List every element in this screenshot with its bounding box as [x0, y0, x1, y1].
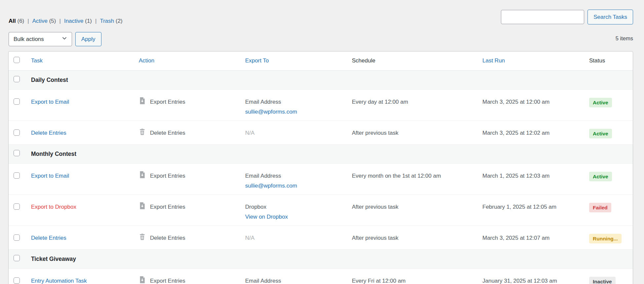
status-cell: Active [583, 163, 633, 195]
filter-separator: | [95, 18, 96, 24]
status-badge: Failed [589, 203, 611, 212]
task-row: Export to DropboxExport EntriesDropboxVi… [9, 195, 633, 226]
filter-active-label: Active [32, 18, 48, 24]
select-all-checkbox[interactable] [14, 57, 20, 63]
schedule-cell: After previous task [346, 195, 476, 226]
row-checkbox-cell [9, 70, 25, 89]
status-badge: Inactive [589, 277, 616, 284]
bulk-actions-select[interactable]: Bulk actions [9, 32, 72, 46]
search-input[interactable] [501, 10, 584, 24]
row-checkbox[interactable] [14, 255, 20, 261]
last-run-text: March 3, 2025 at 12:02 am [482, 130, 549, 136]
filter-all[interactable]: All (6) [9, 18, 24, 24]
trash-icon [139, 128, 146, 138]
action-label: Export Entries [150, 203, 185, 211]
last-run-text: March 3, 2025 at 12:07 am [482, 235, 549, 241]
status-cell: Inactive [583, 268, 633, 284]
form-group-title: Daily Contest [25, 77, 633, 84]
form-group-row: Ticket Giveaway [9, 249, 633, 268]
filter-inactive[interactable]: Inactive (1) [64, 18, 92, 24]
form-group-row: Daily Contest [9, 70, 633, 89]
form-group-title-cell: Ticket Giveaway [25, 249, 633, 268]
last-run-cell: February 1, 2025 at 12:05 am [476, 195, 583, 226]
row-checkbox-cell [9, 121, 25, 144]
apply-button[interactable]: Apply [75, 32, 101, 46]
select-all-cell [9, 52, 25, 70]
export-file-icon [139, 171, 146, 181]
task-name-link[interactable]: Delete Entries [31, 130, 66, 136]
last-run-cell: March 1, 2025 at 12:03 am [476, 163, 583, 195]
filter-active[interactable]: Active (5) [32, 18, 56, 24]
row-checkbox[interactable] [14, 277, 20, 284]
filter-inactive-count: (1) [85, 18, 92, 24]
schedule-cell: After previous task [346, 121, 476, 144]
last-run-text: January 31, 2025 at 12:03 am [482, 278, 557, 284]
task-name-link[interactable]: Export to Email [31, 99, 69, 105]
filter-all-count: (6) [17, 18, 24, 24]
chevron-down-icon [62, 36, 67, 43]
export-file-icon [139, 276, 146, 284]
action-label: Export Entries [150, 98, 185, 106]
schedule-cell: Every day at 12:00 am [346, 89, 476, 121]
task-name-link[interactable]: Delete Entries [31, 235, 66, 241]
filter-separator: | [59, 18, 60, 24]
row-checkbox[interactable] [14, 234, 20, 241]
row-checkbox[interactable] [14, 150, 20, 156]
action-cell: Export Entries [133, 195, 239, 226]
export-target-link[interactable]: sullie@wpforms.com [245, 183, 297, 189]
row-checkbox[interactable] [14, 172, 20, 179]
row-checkbox[interactable] [14, 76, 20, 82]
task-name-link[interactable]: Entry Automation Task [31, 278, 87, 284]
task-name-cell: Entry Automation Task [25, 268, 133, 284]
row-checkbox[interactable] [14, 129, 20, 136]
export-target-label: Dropbox [245, 204, 266, 210]
export-target-link[interactable]: View on Dropbox [245, 214, 288, 220]
filter-all-label: All [9, 18, 16, 24]
column-header-export-to: Export To [239, 52, 346, 70]
form-group-row: Monthly Contest [9, 144, 633, 163]
schedule-cell: Every month on the 1st at 12:00 am [346, 163, 476, 195]
schedule-cell: Every Fri at 12:00 am [346, 268, 476, 284]
export-to-cell: N/A [239, 226, 346, 249]
sort-by-task-link[interactable]: Task [31, 57, 43, 64]
column-header-schedule: Schedule [346, 52, 476, 70]
task-name-cell: Delete Entries [25, 121, 133, 144]
tasks-table: Task Action Export To Schedule Last Run … [8, 51, 633, 284]
status-badge: Running... [589, 234, 622, 243]
export-to-cell: Email Address [239, 268, 346, 284]
bulk-actions-selected-label: Bulk actions [14, 36, 44, 43]
last-run-text: February 1, 2025 at 12:05 am [482, 204, 556, 210]
filter-trash[interactable]: Trash (2) [100, 18, 122, 24]
last-run-cell: January 31, 2025 at 12:03 am [476, 268, 583, 284]
sort-by-export-to-link[interactable]: Export To [245, 57, 269, 64]
action-label: Export Entries [150, 172, 185, 180]
search-tasks-button[interactable]: Search Tasks [587, 10, 633, 24]
export-to-cell: Email Addresssullie@wpforms.com [239, 163, 346, 195]
task-name-link[interactable]: Export to Email [31, 173, 69, 179]
action-cell: Delete Entries [133, 226, 239, 249]
action-cell: Delete Entries [133, 121, 239, 144]
row-checkbox-cell [9, 195, 25, 226]
sort-by-action-link[interactable]: Action [139, 57, 154, 64]
task-name-cell: Export to Email [25, 163, 133, 195]
export-target-label: Email Address [245, 173, 281, 179]
sort-by-last-run-link[interactable]: Last Run [482, 57, 505, 64]
form-group-title: Monthly Contest [25, 151, 633, 158]
status-cell: Failed [583, 195, 633, 226]
action-label: Delete Entries [150, 234, 185, 242]
row-checkbox[interactable] [14, 203, 20, 210]
row-checkbox-cell [9, 268, 25, 284]
row-checkbox[interactable] [14, 98, 20, 105]
row-checkbox-cell [9, 89, 25, 121]
row-checkbox-cell [9, 163, 25, 195]
filter-trash-count: (2) [116, 18, 123, 24]
row-checkbox-cell [9, 249, 25, 268]
export-target-link[interactable]: sullie@wpforms.com [245, 109, 297, 115]
form-group-title-cell: Daily Contest [25, 70, 633, 89]
export-file-icon [139, 202, 146, 212]
export-to-cell: N/A [239, 121, 346, 144]
task-name-link[interactable]: Export to Dropbox [31, 204, 76, 210]
schedule-text: Every Fri at 12:00 am [352, 278, 406, 284]
task-row: Entry Automation TaskExport EntriesEmail… [9, 268, 633, 284]
row-checkbox-cell [9, 226, 25, 249]
